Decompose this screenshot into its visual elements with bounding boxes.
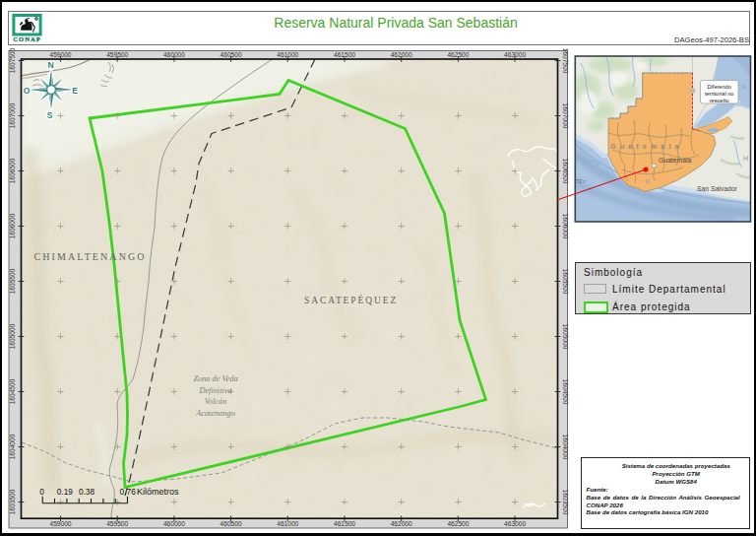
svg-text:462000: 462000 <box>391 520 412 527</box>
svg-text:0.19: 0.19 <box>57 487 74 497</box>
svg-text:1603500: 1603500 <box>9 489 16 514</box>
svg-text:461000: 461000 <box>277 520 298 527</box>
svg-text:1606500: 1606500 <box>9 158 16 183</box>
svg-text:SACATEPÉQUEZ: SACATEPÉQUEZ <box>304 295 398 305</box>
svg-text:E: E <box>72 86 78 96</box>
svg-text:1605500: 1605500 <box>562 269 569 295</box>
svg-text:Volcán: Volcán <box>205 397 227 406</box>
svg-text:Guatemala: Guatemala <box>659 157 691 164</box>
svg-text:459000: 459000 <box>49 520 71 527</box>
svg-text:1605500: 1605500 <box>9 268 16 294</box>
svg-text:1605000: 1605000 <box>9 323 16 349</box>
svg-text:R: R <box>35 18 38 22</box>
svg-text:1604500: 1604500 <box>562 379 569 405</box>
svg-text:461000: 461000 <box>277 51 298 58</box>
svg-text:463000: 463000 <box>504 520 526 527</box>
svg-text:461500: 461500 <box>334 520 355 527</box>
svg-text:462500: 462500 <box>447 51 469 58</box>
svg-text:1606500: 1606500 <box>562 159 569 184</box>
svg-text:0.76: 0.76 <box>120 487 137 497</box>
svg-text:O: O <box>24 86 31 96</box>
svg-text:CHIMALTENANGO: CHIMALTENANGO <box>34 251 147 262</box>
svg-text:CONAP: CONAP <box>13 35 40 42</box>
svg-text:1607000: 1607000 <box>562 103 569 129</box>
svg-text:S: S <box>47 110 53 120</box>
svg-text:1607500: 1607500 <box>562 48 569 74</box>
svg-text:459500: 459500 <box>106 520 128 527</box>
svg-text:1606000: 1606000 <box>9 213 16 238</box>
svg-text:G: G <box>741 84 746 90</box>
svg-text:Acatenango: Acatenango <box>195 409 235 418</box>
svg-text:1606000: 1606000 <box>562 214 569 239</box>
svg-text:1604000: 1604000 <box>562 435 569 460</box>
svg-text:territorial no: territorial no <box>705 91 734 97</box>
svg-text:460000: 460000 <box>163 51 185 58</box>
svg-text:462000: 462000 <box>391 51 412 58</box>
svg-text:459000: 459000 <box>49 51 71 58</box>
svg-text:Kilómetros: Kilómetros <box>137 487 179 497</box>
svg-text:1605000: 1605000 <box>562 324 569 350</box>
svg-text:San Salvador: San Salvador <box>697 185 738 192</box>
svg-text:462500: 462500 <box>447 520 469 527</box>
svg-text:resuelto: resuelto <box>710 98 729 103</box>
svg-text:1604000: 1604000 <box>9 434 16 459</box>
svg-text:460000: 460000 <box>163 520 185 527</box>
svg-text:459500: 459500 <box>106 51 128 58</box>
svg-text:0.38: 0.38 <box>79 487 95 497</box>
svg-text:Diferendo: Diferendo <box>708 84 731 90</box>
svg-text:N: N <box>47 60 53 70</box>
svg-text:Zona de Veda: Zona de Veda <box>193 374 237 383</box>
svg-text:460500: 460500 <box>220 520 242 527</box>
svg-text:Definitiva: Definitiva <box>198 386 231 395</box>
svg-text:Ho: Ho <box>743 155 756 162</box>
svg-text:463000: 463000 <box>504 51 526 58</box>
svg-text:Guatemala: Guatemala <box>610 142 683 151</box>
svg-text:1607000: 1607000 <box>9 102 16 128</box>
svg-text:1603500: 1603500 <box>562 490 569 515</box>
svg-text:460500: 460500 <box>220 51 242 58</box>
svg-text:461500: 461500 <box>334 51 355 58</box>
svg-text:72 r: 72 r <box>576 178 586 184</box>
svg-text:1604500: 1604500 <box>9 378 16 404</box>
svg-text:0: 0 <box>39 487 44 497</box>
svg-text:1607500: 1607500 <box>9 47 16 73</box>
